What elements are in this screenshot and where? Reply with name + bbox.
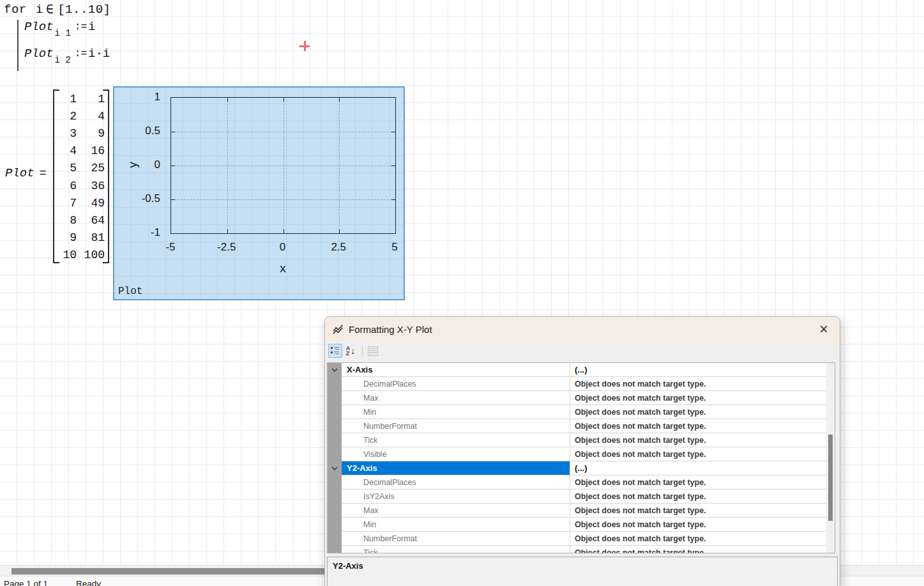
result-label: Plot = — [5, 166, 47, 180]
property-value-cell[interactable]: Object does not match target type. — [570, 518, 826, 532]
property-row[interactable]: X-Axis (...) — [328, 363, 826, 377]
az-sort-icon: AZ ↓ — [346, 346, 356, 356]
category-chevron[interactable] — [328, 532, 342, 546]
dialog-titlebar[interactable]: Formatting X-Y Plot × — [325, 317, 840, 341]
matrix-cell: 100 — [79, 249, 105, 261]
dialog-title: Formatting X-Y Plot — [349, 324, 432, 335]
x-tick-label: -5 — [165, 241, 175, 254]
property-name-cell[interactable]: Max — [342, 504, 570, 518]
property-row[interactable]: Y2-Axis (...) — [328, 461, 826, 475]
property-name-cell[interactable]: Tick — [342, 433, 570, 447]
property-value-cell[interactable]: Object does not match target type. — [570, 532, 826, 546]
scrollbar-thumb[interactable] — [828, 435, 833, 521]
matrix-row: 636 — [59, 177, 105, 194]
matrix-row: 749 — [59, 194, 105, 212]
element-of-symbol: ∈ — [46, 1, 54, 17]
property-row[interactable]: Min Object does not match target type. — [328, 405, 826, 419]
property-name-cell[interactable]: NumberFormat — [342, 419, 570, 433]
property-grid-scrollbar[interactable] — [826, 363, 835, 553]
matrix-cell: 49 — [79, 197, 105, 210]
category-chevron[interactable] — [328, 433, 342, 447]
property-name-cell[interactable]: Min — [342, 405, 570, 419]
xy-plot-icon — [333, 324, 344, 335]
x-tick-label: 0 — [280, 241, 285, 254]
property-name-cell[interactable]: X-Axis — [342, 363, 570, 377]
property-value-cell[interactable]: Object does not match target type. — [570, 490, 826, 504]
matrix-cell: 64 — [79, 214, 105, 227]
property-value-cell[interactable]: Object does not match target type. — [570, 391, 826, 405]
plot-gridline — [284, 98, 284, 233]
y-axis-tick-labels: 10.50-0.5-1 — [114, 97, 167, 233]
categorized-view-button[interactable] — [328, 344, 342, 358]
property-row[interactable]: DecimalPlaces Object does not match targ… — [328, 475, 826, 490]
property-grid-rows: X-Axis (...) DecimalPlaces Object does n… — [328, 363, 826, 553]
property-row[interactable]: NumberFormat Object does not match targe… — [328, 419, 826, 433]
matrix-row: 39 — [59, 125, 105, 142]
matrix-cell: 10 — [59, 249, 77, 261]
result-variable: Plot — [5, 166, 34, 180]
property-row[interactable]: Tick Object does not match target type. — [328, 546, 826, 553]
category-chevron[interactable] — [328, 447, 342, 461]
property-name-cell[interactable]: NumberFormat — [342, 532, 570, 546]
property-pages-button[interactable] — [366, 344, 380, 358]
matrix-cell: 9 — [59, 231, 77, 244]
category-chevron[interactable] — [328, 419, 342, 433]
property-name-cell[interactable]: Visible — [342, 447, 570, 461]
property-name-cell[interactable]: Min — [342, 518, 570, 532]
category-chevron[interactable] — [328, 504, 342, 518]
equals-sign: = — [40, 166, 47, 180]
property-name-cell[interactable]: DecimalPlaces — [342, 377, 570, 391]
property-row[interactable]: Tick Object does not match target type. — [328, 433, 826, 447]
close-icon[interactable]: × — [815, 321, 832, 337]
matrix-cell: 3 — [59, 127, 77, 140]
category-chevron[interactable] — [328, 377, 342, 391]
for-keyword: for — [4, 3, 27, 17]
matrix-row: 11 — [59, 90, 105, 107]
variable-name: Plot — [24, 47, 54, 61]
property-row[interactable]: Max Object does not match target type. — [328, 504, 826, 518]
property-row[interactable]: Visible Object does not match target typ… — [328, 447, 826, 461]
property-name-cell[interactable]: Max — [342, 391, 570, 405]
property-description-panel: Y2-Axis — [327, 557, 838, 586]
property-row[interactable]: DecimalPlaces Object does not match targ… — [328, 377, 826, 391]
category-chevron[interactable] — [328, 461, 342, 475]
property-name-cell[interactable]: DecimalPlaces — [342, 475, 570, 490]
category-chevron[interactable] — [328, 518, 342, 532]
category-chevron[interactable] — [328, 405, 342, 419]
property-value-cell[interactable]: Object does not match target type. — [570, 405, 826, 419]
category-chevron[interactable] — [328, 490, 342, 504]
category-chevron[interactable] — [328, 546, 342, 553]
property-row[interactable]: NumberFormat Object does not match targe… — [328, 532, 826, 546]
description-title: Y2-Axis — [333, 561, 832, 571]
property-value-cell[interactable]: Object does not match target type. — [570, 475, 826, 490]
xy-plot-region-selected[interactable]: 10.50-0.5-1 -5-2.502.55 y x Plot — [113, 86, 405, 300]
category-chevron[interactable] — [328, 363, 342, 377]
property-name-cell[interactable]: IsY2Axis — [342, 490, 570, 504]
category-chevron[interactable] — [328, 475, 342, 490]
toolbar-separator — [362, 345, 363, 357]
alphabetical-sort-button[interactable]: AZ ↓ — [344, 344, 358, 358]
axis-tick-mark — [284, 229, 284, 233]
property-value-cell[interactable]: Object does not match target type. — [570, 433, 826, 447]
property-value-cell[interactable]: Object does not match target type. — [570, 504, 826, 518]
plot-frame — [170, 97, 396, 234]
property-value-cell[interactable]: (...) — [570, 363, 826, 377]
category-chevron[interactable] — [328, 391, 342, 405]
property-row[interactable]: Max Object does not match target type. — [328, 391, 826, 405]
ready-status: Ready — [76, 579, 101, 586]
subscript: i 2 — [55, 55, 71, 65]
math-region-for-loop[interactable]: for i ∈ [1..10] Plot i 1 := i Plot i 2 :… — [4, 1, 111, 17]
matrix-right-bracket — [103, 89, 109, 263]
property-value-cell[interactable]: (...) — [570, 461, 826, 475]
property-row[interactable]: Min Object does not match target type. — [328, 518, 826, 532]
property-name-cell[interactable]: Tick — [342, 546, 570, 553]
property-value-cell[interactable]: Object does not match target type. — [570, 419, 826, 433]
property-value-cell[interactable]: Object does not match target type. — [570, 447, 826, 461]
loop-body-line-1: Plot i 1 := i — [24, 20, 95, 38]
property-name-cell[interactable]: Y2-Axis — [342, 461, 570, 475]
x-tick-label: 5 — [391, 241, 397, 254]
assign-operator: := — [75, 48, 87, 59]
property-row[interactable]: IsY2Axis Object does not match target ty… — [328, 490, 826, 504]
property-value-cell[interactable]: Object does not match target type. — [570, 546, 826, 553]
property-value-cell[interactable]: Object does not match target type. — [570, 377, 826, 391]
